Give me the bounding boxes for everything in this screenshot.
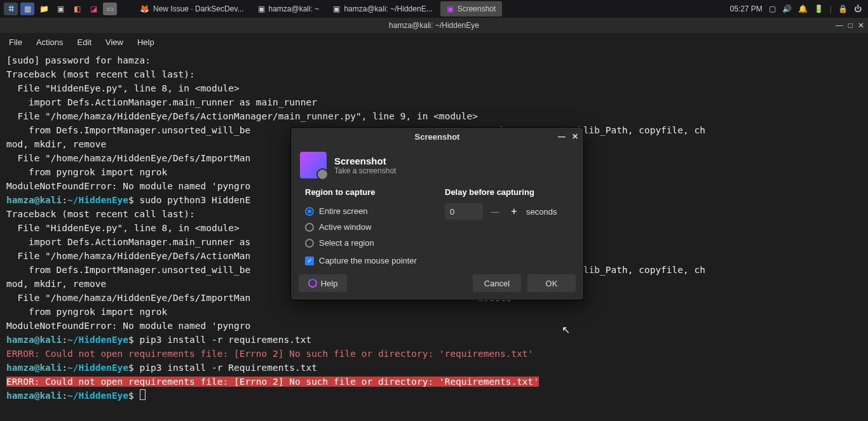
menu-file[interactable]: File: [9, 37, 22, 47]
system-tray: 05:27 PM ▢ 🔊 🔔 🔋 | 🔒 ⏻: [724, 4, 869, 13]
terminal-titlebar[interactable]: hamza@kali: ~/HiddenEye — □ ✕: [0, 18, 868, 33]
clock[interactable]: 05:27 PM: [730, 4, 763, 13]
dialog-header: Screenshot Take a screenshot: [291, 145, 583, 185]
maximize-icon[interactable]: □: [848, 21, 853, 30]
task-screenshot[interactable]: ▣Screenshot: [440, 1, 503, 17]
delay-increment-button[interactable]: +: [507, 204, 521, 218]
radio-icon: [305, 239, 314, 248]
dialog-subtitle: Take a screenshot: [334, 166, 396, 175]
menu-edit[interactable]: Edit: [78, 37, 92, 47]
region-label: Region to capture: [305, 187, 432, 197]
checkbox-capture-pointer[interactable]: ✓Capture the mouse pointer: [305, 251, 432, 265]
dialog-title: Screenshot: [334, 156, 396, 166]
radio-icon: [305, 207, 314, 216]
task-terminal-1[interactable]: ▣hamza@kali: ~: [252, 1, 326, 17]
kali-menu-icon[interactable]: ⵌ: [4, 3, 18, 15]
screenshot-app-icon: [300, 152, 327, 178]
dialog-close-icon[interactable]: ✕: [572, 132, 578, 141]
tray-monitor-icon[interactable]: ▢: [769, 4, 776, 13]
task-firefox[interactable]: 🦊New Issue · DarkSecDev...: [133, 1, 250, 17]
dialog-titlebar[interactable]: Screenshot — ✕: [291, 128, 583, 145]
tray-power-icon[interactable]: ⏻: [854, 4, 862, 13]
launcher-browser-icon[interactable]: ◧: [70, 3, 84, 15]
delay-label: Delay before capturing: [445, 187, 572, 197]
radio-active-window[interactable]: Active window: [305, 219, 432, 235]
mouse-cursor-icon: ↖: [562, 324, 570, 336]
tray-battery-icon[interactable]: 🔋: [814, 4, 824, 13]
menu-actions[interactable]: Actions: [36, 37, 64, 47]
minimize-icon[interactable]: —: [836, 21, 843, 30]
launcher-terminal-icon[interactable]: ▣: [53, 3, 67, 15]
help-button[interactable]: Help: [299, 274, 347, 292]
radio-icon: [305, 223, 314, 232]
launcher-icon[interactable]: ▦: [20, 3, 34, 15]
screenshot-dialog: Screenshot — ✕ Screenshot Take a screens…: [290, 127, 584, 300]
checkbox-icon: ✓: [305, 257, 314, 265]
launcher-icons: ⵌ ▦ 📁 ▣ ◧ ◪ ▭: [0, 3, 121, 15]
firefox-icon: 🦊: [140, 4, 149, 13]
launcher-active-icon[interactable]: ▭: [103, 3, 117, 15]
ok-button[interactable]: OK: [527, 274, 576, 292]
taskbar: ⵌ ▦ 📁 ▣ ◧ ◪ ▭ 🦊New Issue · DarkSecDev...…: [0, 0, 868, 18]
terminal-title: hamza@kali: ~/HiddenEye: [389, 21, 479, 30]
menu-view[interactable]: View: [105, 37, 123, 47]
delay-unit: seconds: [526, 207, 557, 217]
tray-notification-icon[interactable]: 🔔: [798, 4, 808, 13]
dialog-minimize-icon[interactable]: —: [558, 132, 566, 141]
radio-select-region[interactable]: Select a region: [305, 235, 432, 251]
launcher-app-icon[interactable]: ◪: [86, 3, 100, 15]
terminal-icon: ▣: [333, 4, 340, 13]
tray-lock-icon[interactable]: 🔒: [838, 4, 848, 13]
help-icon: [308, 279, 317, 288]
screenshot-icon: ▣: [447, 4, 454, 13]
delay-decrement-button[interactable]: —: [488, 204, 502, 218]
taskbar-tasks: 🦊New Issue · DarkSecDev... ▣hamza@kali: …: [133, 1, 724, 17]
cancel-button[interactable]: Cancel: [473, 274, 521, 292]
close-icon[interactable]: ✕: [858, 21, 864, 30]
radio-entire-screen[interactable]: Entire screen: [305, 203, 432, 219]
menu-help[interactable]: Help: [137, 37, 154, 47]
dialog-window-title: Screenshot: [415, 132, 460, 142]
launcher-files-icon[interactable]: 📁: [37, 3, 51, 15]
task-terminal-2[interactable]: ▣hamza@kali: ~/HiddenE...: [327, 1, 438, 17]
terminal-icon: ▣: [258, 4, 265, 13]
terminal-menubar: File Actions Edit View Help: [0, 33, 868, 51]
tray-volume-icon[interactable]: 🔊: [782, 4, 792, 13]
delay-input[interactable]: 0: [445, 203, 483, 220]
